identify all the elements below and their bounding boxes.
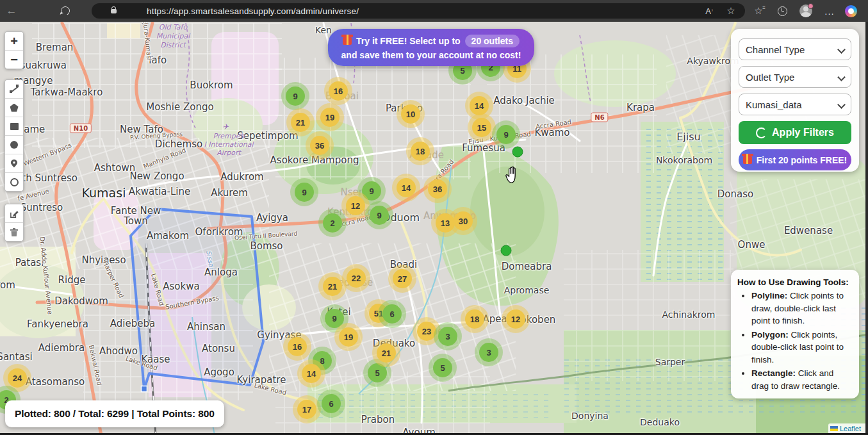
apply-filters-label: Apply Filters xyxy=(772,127,834,138)
cluster-marker[interactable]: 3 xyxy=(479,343,498,362)
cluster-marker[interactable]: 9 xyxy=(295,183,314,202)
cluster-marker[interactable]: 22 xyxy=(347,268,366,288)
cluster-marker[interactable]: 10 xyxy=(401,104,420,124)
cluster-marker[interactable]: 15 xyxy=(472,118,491,137)
circlemarker-icon xyxy=(10,178,19,186)
cluster-marker[interactable]: 18 xyxy=(465,309,484,329)
cluster-marker[interactable]: 36 xyxy=(428,179,447,199)
cluster-marker[interactable]: 36 xyxy=(310,136,329,155)
draw-circle-button[interactable] xyxy=(5,136,23,154)
refresh-icon xyxy=(60,5,71,17)
cluster-marker[interactable]: 12 xyxy=(506,309,525,329)
cluster-marker[interactable]: 18 xyxy=(411,142,430,161)
profile-avatar[interactable] xyxy=(797,0,815,22)
status-text: Plotted: 800 / Total: 6299 | Total Point… xyxy=(15,408,215,420)
instruction-item: Rectangle: Click and drag to draw rectan… xyxy=(751,367,853,392)
browser-toolbar: ← https://app.smartsalesandsupply.com/ad… xyxy=(0,0,868,22)
instructions-panel: How to Use Drawing Tools: Polyline: Clic… xyxy=(731,270,859,398)
rectangle-icon xyxy=(10,123,19,130)
outlets-count-pill: 20 outlets xyxy=(465,35,520,47)
cluster-marker[interactable]: 5 xyxy=(368,363,387,382)
channel-type-select[interactable]: Channel Type xyxy=(739,38,851,60)
point-marker[interactable] xyxy=(501,245,512,256)
collections-icon[interactable]: ☆≡ xyxy=(749,0,767,22)
spinner-icon xyxy=(756,127,767,138)
instruction-item: Polyline: Click points to draw, double-c… xyxy=(751,290,853,327)
dataset-select[interactable]: Kumasi_data xyxy=(739,94,851,115)
refresh-button[interactable] xyxy=(56,0,74,22)
cluster-marker[interactable]: 12 xyxy=(346,196,365,215)
cluster-marker[interactable]: 23 xyxy=(417,322,436,341)
cluster-marker[interactable]: 14 xyxy=(397,178,416,197)
back-button[interactable]: ← xyxy=(3,0,20,22)
dataset-select-wrap: Kumasi_data xyxy=(739,94,851,115)
edit-pencil-icon xyxy=(10,209,19,218)
presence-badge xyxy=(808,3,814,9)
cluster-marker[interactable]: 5 xyxy=(433,358,452,377)
address-bar[interactable]: https://app.smartsalesandsupply.com/admi… xyxy=(92,3,745,19)
draw-toolbar xyxy=(4,79,24,192)
cluster-marker[interactable]: 27 xyxy=(393,269,412,288)
draw-marker-button[interactable] xyxy=(5,154,23,173)
cluster-marker[interactable]: 2 xyxy=(323,213,342,233)
cursor-hand-icon xyxy=(505,166,521,184)
point-marker[interactable] xyxy=(512,147,523,158)
draw-polyline-button[interactable] xyxy=(5,80,23,99)
apply-filters-button[interactable]: Apply Filters xyxy=(739,121,851,144)
cluster-marker[interactable]: 9 xyxy=(362,181,381,201)
status-bar: Plotted: 800 / Total: 6299 | Total Point… xyxy=(5,400,224,427)
cluster-marker[interactable]: 9 xyxy=(370,206,389,225)
ukraine-flag-icon xyxy=(830,426,838,431)
promo-text-2: and save them to your account at no cost… xyxy=(341,50,521,60)
cluster-marker[interactable]: 3 xyxy=(438,327,457,346)
cluster-marker[interactable]: 24 xyxy=(8,368,27,388)
draw-circlemarker-button[interactable] xyxy=(5,173,23,191)
free-points-label: First 20 points FREE! xyxy=(757,155,848,165)
url-text[interactable]: https://app.smartsalesandsupply.com/admi… xyxy=(147,6,359,16)
cluster-marker[interactable]: 14 xyxy=(470,96,489,115)
cluster-marker[interactable]: 21 xyxy=(377,343,396,363)
cluster-marker[interactable]: 19 xyxy=(339,327,358,347)
polyline-icon xyxy=(10,85,19,94)
cluster-marker[interactable]: 13 xyxy=(436,213,455,233)
cluster-marker[interactable]: 14 xyxy=(302,364,321,383)
free-points-button[interactable]: First 20 points FREE! xyxy=(739,149,851,170)
edit-toolbar xyxy=(4,204,24,242)
zoom-in-button[interactable]: + xyxy=(5,32,23,51)
favorite-star-icon[interactable]: ☆ xyxy=(722,0,740,22)
circle-icon xyxy=(10,141,18,149)
cluster-marker[interactable]: 30 xyxy=(454,211,473,231)
cluster-marker[interactable]: 19 xyxy=(320,108,340,127)
instructions-list: Polyline: Click points to draw, double-c… xyxy=(737,290,853,393)
draw-polygon-button[interactable] xyxy=(5,99,23,117)
cluster-marker[interactable]: 17 xyxy=(297,400,316,419)
cluster-marker[interactable]: 6 xyxy=(382,304,402,324)
draw-rectangle-button[interactable] xyxy=(5,117,23,136)
cluster-marker[interactable]: 16 xyxy=(329,81,348,101)
cluster-marker[interactable]: 9 xyxy=(286,86,305,106)
cluster-marker[interactable]: 6 xyxy=(322,394,341,413)
cluster-marker[interactable]: 21 xyxy=(291,113,310,132)
instruction-item: Polygon: Click points, double-click last… xyxy=(751,329,853,366)
window-edge-right xyxy=(865,22,868,435)
delete-layers-button[interactable] xyxy=(5,223,23,241)
outlet-type-select-wrap: Outlet Type xyxy=(739,66,851,88)
more-menu-button[interactable]: ... xyxy=(821,0,839,22)
edit-layers-button[interactable] xyxy=(5,204,23,223)
promo-banner: Try it FREE! Select up to 20 outlets and… xyxy=(328,29,534,66)
copilot-icon[interactable] xyxy=(841,0,860,22)
cluster-marker[interactable]: 21 xyxy=(323,277,342,296)
zoom-control: + − xyxy=(4,31,24,69)
read-aloud-icon[interactable]: A⁾ xyxy=(700,0,718,22)
promo-text-1: Try it FREE! Select up to xyxy=(356,36,461,46)
app-window: KumasiBremanusuakruwamangyeTarkwa-Maakro… xyxy=(0,0,868,435)
marker-pin-icon xyxy=(10,158,19,168)
gift-icon xyxy=(343,37,352,45)
cluster-marker[interactable]: 9 xyxy=(496,125,516,144)
cluster-marker[interactable]: 16 xyxy=(288,337,307,356)
history-icon[interactable] xyxy=(773,0,791,22)
outlet-type-select[interactable]: Outlet Type xyxy=(739,66,851,88)
cluster-marker[interactable]: 9 xyxy=(325,309,344,328)
zoom-out-button[interactable]: − xyxy=(5,51,23,69)
leaflet-link[interactable]: Leaflet xyxy=(840,425,861,432)
